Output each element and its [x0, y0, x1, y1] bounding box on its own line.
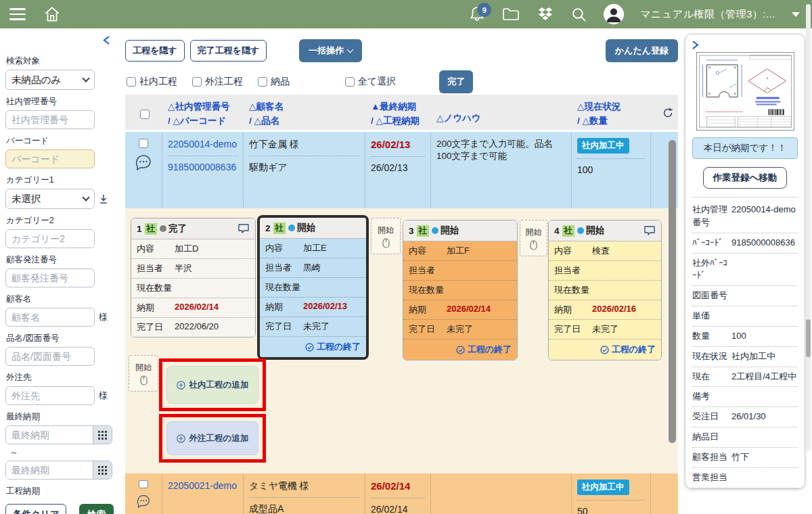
sort-status[interactable]: △現在状況 / △数量	[572, 95, 651, 131]
customer-input[interactable]	[5, 308, 95, 327]
detail-row: 営業担当	[692, 468, 798, 488]
internal-no-link[interactable]: 22050014-demo	[168, 139, 237, 149]
detail-row: 備考	[692, 387, 798, 407]
start-drop-target[interactable]: 開始	[371, 218, 401, 254]
internal-type-badge: 社	[273, 223, 286, 234]
customer-order-input[interactable]	[5, 268, 95, 287]
plus-circle-icon	[177, 381, 185, 390]
delivery-checkbox[interactable]	[258, 77, 267, 87]
main-scrollbar[interactable]	[669, 140, 676, 443]
user-avatar[interactable]	[604, 4, 624, 24]
detail-row: 社内管理番号22050014-demo	[692, 200, 798, 233]
sidebar-collapse-icon[interactable]	[102, 35, 111, 45]
final-due-from-input[interactable]	[6, 426, 93, 444]
user-role-label[interactable]: マニュアル権限（管理3）:...	[640, 8, 775, 21]
folder-icon[interactable]	[501, 6, 520, 22]
menu-icon[interactable]	[9, 8, 26, 20]
mouse-icon	[382, 238, 390, 248]
status-dot-started	[577, 227, 584, 234]
panel-expand-icon[interactable]	[691, 40, 700, 50]
select-all-checkbox[interactable]	[345, 77, 355, 87]
product-input[interactable]	[5, 347, 95, 366]
status-dot-started	[288, 225, 295, 231]
barcode-input[interactable]	[5, 149, 95, 168]
outsource-input[interactable]	[5, 386, 95, 405]
hide-process-button[interactable]: 工程を隠す	[125, 40, 185, 62]
process-card-2-selected[interactable]: 2 社 開始 内容加工E 担当者黒崎 現在数量 納期2026/02/13 完了日…	[257, 215, 369, 360]
detail-row: 図面番号	[692, 286, 798, 306]
comment-bubble-icon[interactable]	[135, 494, 152, 508]
expand-down-icon[interactable]	[99, 194, 108, 204]
sort-final-due[interactable]: ▲最終納期 / △工程納期	[365, 95, 431, 131]
highlight-red-box: 外注工程の追加	[159, 414, 266, 463]
sort-knowhow[interactable]: △ノウハウ	[431, 95, 572, 131]
comment-bubble-icon[interactable]	[135, 154, 152, 170]
notifications-button[interactable]: 9	[469, 5, 485, 23]
process-due-date: 26/02/13	[371, 162, 408, 173]
table-header: △社内管理番号 / △バーコード △顧客名 / △品名 ▲最終納期 / △工程納…	[125, 95, 678, 131]
search-target-select[interactable]: 未納品のみ	[5, 70, 95, 90]
final-due-label: 最終納期	[6, 411, 115, 423]
process-card-1[interactable]: 1 社 完了 内容加工D 担当者半沢 現在数量 納期2026/02/14 完了日…	[131, 218, 256, 337]
search-sidebar: 検索対象 未納品のみ 社内管理番号 バーコード カテゴリー1 未選択 カテゴリー…	[0, 28, 120, 514]
search-icon[interactable]	[570, 6, 587, 23]
clear-conditions-button[interactable]: 条件クリア	[5, 504, 66, 514]
refresh-button[interactable]	[651, 95, 678, 131]
bulk-action-button[interactable]: 一括操作	[299, 39, 362, 62]
detail-row: 社外ﾊﾞｰｺｰﾄﾞ	[692, 254, 798, 287]
add-internal-process-button[interactable]: 社内工程の追加	[166, 366, 258, 404]
add-external-process-button[interactable]: 外注工程の追加	[166, 421, 258, 455]
internal-no-link[interactable]: 22050021-demo	[168, 480, 237, 491]
final-due-to-input[interactable]	[6, 461, 93, 479]
table-row: 22050021-demo タミヤ電機 様 成型品A 26/02/14 26/0…	[125, 473, 678, 514]
outsource-process-checkbox-label: 外注工程	[205, 76, 243, 88]
row-checkbox[interactable]	[139, 139, 148, 148]
easy-register-button[interactable]: かんたん登録	[606, 39, 678, 62]
due-today-banner: 本日が納期です！！	[692, 137, 798, 159]
detail-row: 現在状況社内加工中	[692, 347, 798, 367]
search-button[interactable]: 検索	[79, 504, 114, 514]
done-button[interactable]: 完了	[439, 70, 473, 93]
calendar-button[interactable]	[93, 461, 112, 479]
customer-order-label: 顧客発注番号	[6, 254, 115, 266]
end-process-link[interactable]: 工程の終了	[260, 337, 366, 357]
hide-done-process-button[interactable]: 完了工程を隠す	[190, 40, 267, 62]
category1-select[interactable]: 未選択	[5, 189, 95, 209]
home-icon[interactable]	[43, 5, 61, 23]
dropbox-icon[interactable]	[537, 6, 554, 22]
process-card-3[interactable]: 3 社 開始 内容加工F 担当者 現在数量 納期2026/02/14 完了日未完…	[403, 220, 518, 360]
outsource-label: 外注先	[6, 372, 115, 383]
user-menu-caret-icon[interactable]	[792, 12, 800, 17]
outsource-process-checkbox[interactable]	[192, 77, 202, 87]
category2-input[interactable]	[5, 229, 95, 248]
process-due-label: 工程納期	[6, 486, 115, 497]
calendar-button[interactable]	[93, 426, 112, 444]
calendar-grid-icon	[98, 431, 107, 440]
header-select-checkbox[interactable]	[140, 110, 150, 119]
knowhow-text: 200文字まで入力可能。品名100文字まで可能	[431, 132, 572, 208]
panel-scrollbar[interactable]	[806, 319, 811, 357]
sort-internal-no[interactable]: △社内管理番号 / △バーコード	[162, 95, 244, 131]
sort-customer[interactable]: △顧客名 / △品名	[244, 95, 365, 131]
calendar-grid-icon	[98, 466, 107, 475]
row-checkbox[interactable]	[139, 480, 148, 488]
move-to-work-register-button[interactable]: 作業登録へ移動	[703, 167, 788, 189]
end-process-link[interactable]: 工程の終了	[549, 340, 661, 360]
card-comment-icon[interactable]	[644, 225, 656, 236]
start-drop-target[interactable]: 開始	[520, 220, 547, 256]
process-card-4[interactable]: 4 社 開始 内容検査 担当者 現在数量 納期2026/02/16 完了日未完了…	[548, 220, 662, 360]
product-name: 駆動ギア	[249, 162, 288, 172]
end-process-link[interactable]: 工程の終了	[403, 340, 517, 360]
start-drop-target[interactable]: 開始	[129, 355, 158, 392]
internal-process-checkbox[interactable]	[127, 77, 136, 87]
customer-name: 竹下金属 様	[249, 139, 299, 149]
process-due-date: 26/02/14	[371, 504, 408, 514]
card-comment-icon[interactable]	[238, 223, 250, 234]
check-circle-icon	[305, 343, 314, 352]
internal-no-input[interactable]	[5, 110, 95, 129]
chevron-down-icon	[347, 47, 354, 53]
category1-label: カテゴリー1	[6, 174, 115, 186]
internal-type-badge: 社	[145, 223, 158, 235]
barcode-link[interactable]: 9185000008636	[168, 162, 236, 172]
drawing-thumbnail[interactable]	[696, 52, 794, 131]
